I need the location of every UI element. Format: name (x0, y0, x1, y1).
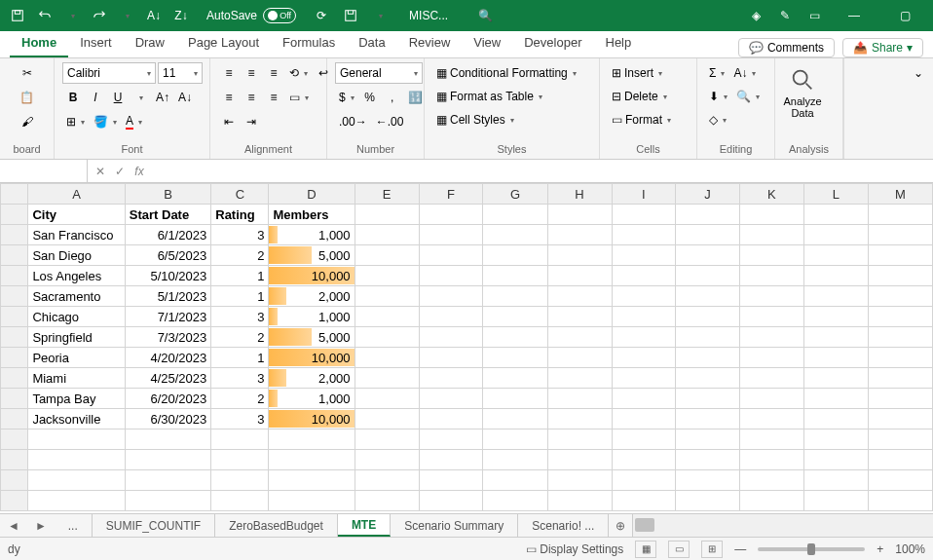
col-header[interactable]: C (211, 184, 269, 205)
cell[interactable]: 7/3/2023 (125, 327, 210, 348)
cell[interactable]: Start Date (125, 205, 210, 225)
cell[interactable]: San Francisco (28, 225, 125, 245)
cell[interactable] (355, 491, 419, 511)
comma-icon[interactable]: , (382, 87, 403, 108)
cell[interactable] (676, 409, 740, 429)
cell[interactable] (739, 491, 803, 511)
cell[interactable] (28, 450, 125, 470)
cell[interactable]: 2 (211, 245, 269, 266)
cell[interactable] (739, 307, 803, 327)
cell[interactable]: 10,000 (269, 348, 355, 368)
cell[interactable] (211, 491, 269, 511)
cell[interactable] (419, 225, 483, 245)
cell[interactable] (419, 389, 483, 409)
cell[interactable] (676, 245, 740, 266)
cell[interactable] (419, 266, 483, 286)
zoom-out-button[interactable]: — (734, 542, 746, 556)
autosum-icon[interactable]: Σ (705, 62, 728, 84)
merge-icon[interactable]: ▭ (285, 87, 313, 108)
col-header[interactable]: H (547, 184, 612, 205)
cell[interactable]: 1 (211, 286, 269, 307)
cell[interactable]: 7/1/2023 (125, 307, 210, 327)
cell[interactable] (739, 225, 803, 245)
format-button[interactable]: ▭ Format (608, 109, 693, 131)
cell[interactable] (676, 368, 740, 389)
autosave-toggle[interactable]: AutoSave Off (206, 8, 296, 23)
refresh-icon[interactable]: ⟳ (310, 4, 333, 27)
cell[interactable] (676, 429, 740, 450)
cell[interactable] (803, 327, 868, 348)
cell[interactable]: Rating (211, 205, 269, 225)
row-header[interactable] (1, 491, 28, 511)
cell[interactable] (676, 327, 740, 348)
tab-data[interactable]: Data (347, 31, 396, 57)
cell[interactable]: 3 (211, 368, 269, 389)
cell[interactable] (868, 205, 932, 225)
tab-help[interactable]: Help (594, 31, 644, 57)
bold-button[interactable]: B (62, 87, 84, 108)
cell[interactable] (483, 307, 547, 327)
cell[interactable] (483, 266, 547, 286)
cell[interactable] (355, 368, 419, 389)
clear-icon[interactable]: ◇ (705, 109, 730, 131)
cut-icon[interactable]: ✂ (17, 62, 38, 84)
cell[interactable] (269, 491, 355, 511)
cell[interactable] (211, 470, 269, 491)
collapse-ribbon-icon[interactable]: ⌄ (908, 62, 929, 84)
search-icon[interactable]: 🔍 (473, 4, 497, 27)
cell[interactable] (868, 307, 932, 327)
cancel-formula-icon[interactable]: ✕ (92, 165, 109, 178)
decrease-indent-icon[interactable]: ⇤ (218, 111, 240, 132)
cell[interactable] (125, 470, 210, 491)
cell[interactable] (355, 307, 419, 327)
cell[interactable] (547, 470, 612, 491)
cell[interactable] (211, 450, 269, 470)
cell[interactable] (547, 409, 612, 429)
cell[interactable] (803, 225, 868, 245)
cell[interactable] (868, 225, 932, 245)
cell[interactable]: 6/30/2023 (125, 409, 210, 429)
cell[interactable]: Jacksonville (28, 409, 125, 429)
tab-developer[interactable]: Developer (512, 31, 593, 57)
tab-page-layout[interactable]: Page Layout (176, 31, 271, 57)
font-color-button[interactable]: A (122, 111, 146, 132)
cell[interactable] (419, 491, 483, 511)
cell[interactable] (868, 429, 932, 450)
name-box[interactable] (0, 160, 88, 182)
cell[interactable] (483, 327, 547, 348)
cell[interactable] (676, 389, 740, 409)
cell[interactable] (739, 266, 803, 286)
tab-draw[interactable]: Draw (124, 31, 176, 57)
cell[interactable]: 1,000 (269, 225, 355, 245)
cell[interactable] (739, 470, 803, 491)
increase-decimal-icon[interactable]: .00→ (335, 111, 371, 132)
underline-button[interactable]: U (107, 87, 129, 108)
cell[interactable]: 2,000 (269, 286, 355, 307)
cell[interactable] (868, 266, 932, 286)
cell[interactable] (355, 429, 419, 450)
cell[interactable] (355, 286, 419, 307)
cell[interactable] (803, 389, 868, 409)
cell[interactable]: Members (269, 205, 355, 225)
cell[interactable]: Chicago (28, 307, 125, 327)
cell[interactable] (612, 286, 676, 307)
add-sheet-button[interactable]: ⊕ (609, 519, 632, 533)
cell[interactable] (868, 409, 932, 429)
cell[interactable] (612, 368, 676, 389)
cell[interactable]: Miami (28, 368, 125, 389)
cell[interactable] (125, 491, 210, 511)
font-size-combo[interactable]: 11▾ (158, 62, 203, 84)
cell[interactable] (868, 348, 932, 368)
cell[interactable] (612, 307, 676, 327)
cell[interactable]: 1 (211, 266, 269, 286)
cell[interactable]: San Diego (28, 245, 125, 266)
cell[interactable] (676, 225, 740, 245)
cell[interactable] (28, 429, 125, 450)
cell[interactable] (547, 266, 612, 286)
cell[interactable] (739, 409, 803, 429)
align-left-icon[interactable]: ≡ (218, 87, 240, 108)
cell[interactable] (419, 450, 483, 470)
cell[interactable] (612, 348, 676, 368)
cell[interactable] (803, 450, 868, 470)
cell[interactable] (355, 450, 419, 470)
